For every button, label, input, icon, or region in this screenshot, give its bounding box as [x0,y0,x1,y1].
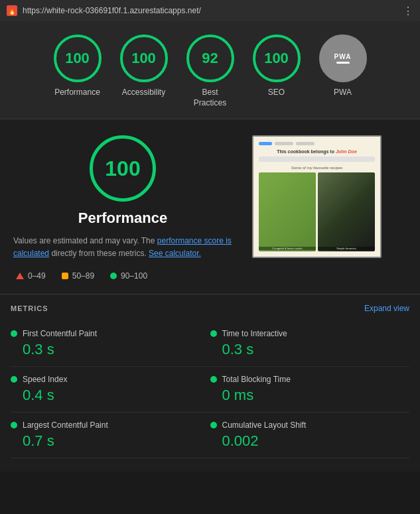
metric-header-tti: Time to Interactive [210,329,405,338]
seo-label: SEO [268,88,285,98]
best-practices-circle: 92 [186,34,234,82]
main-content: 100 Performance Values are estimated and… [0,119,420,471]
metric-header-cls: Cumulative Layout Shift [210,420,405,430]
score-item-best-practices[interactable]: 92 BestPractices [180,34,240,108]
perf-score-circle: 100 [90,135,156,202]
legend-item-red: 0–49 [16,271,46,281]
accessibility-label: Accessibility [122,88,165,98]
performance-top: 100 Performance Values are estimated and… [13,135,407,260]
accessibility-score: 100 [131,50,156,67]
screenshot-preview: This cookbook belongs to John Doe Some o… [252,135,382,258]
legend-item-orange: 50–89 [62,271,94,281]
metric-item-cls: Cumulative Layout Shift 0.002 [210,413,410,458]
favicon-icon: 🔥 [7,5,17,16]
legend-range-green: 90–100 [121,271,147,281]
metric-value-fcp: 0.3 s [11,341,194,358]
metric-dot-fcp [11,330,17,337]
score-item-pwa[interactable]: PWA PWA [313,34,373,98]
preview-images: Courgette & lemon risotto Simple brownie… [259,172,375,251]
metric-dot-tti [210,330,217,337]
metric-name-tbt: Total Blocking Time [222,375,291,384]
preview-img2-label: Simple brownies [318,247,375,250]
metric-name-si: Speed Index [23,375,67,384]
scores-section: 100 Performance 100 Accessibility 92 Bes… [0,21,420,119]
url-display: https://white-rock-036691f0f.1.azurestat… [23,6,397,15]
preview-nav [259,142,375,145]
pwa-label-inner: PWA [334,53,352,60]
metric-value-cls: 0.002 [210,432,405,450]
metric-dot-cls [210,422,217,428]
expand-view-button[interactable]: Expand view [364,304,409,313]
perf-desc-start: Values are estimated and may vary. The [13,236,157,245]
circle-icon [110,273,117,279]
metric-name-fcp: First Contentful Paint [23,329,97,338]
preview-img-2: Simple brownies [318,172,375,251]
score-item-accessibility[interactable]: 100 Accessibility [114,34,174,98]
metric-header-fcp: First Contentful Paint [11,329,194,338]
seo-score: 100 [264,50,289,67]
preview-name: John Doe [336,149,357,154]
preview-subtitle: Some of my favourite recipes [259,166,375,170]
metric-item-fcp: First Contentful Paint 0.3 s [11,321,210,367]
metric-dot-si [11,376,17,383]
metric-header-lcp: Largest Contentful Paint [11,420,194,430]
perf-desc-mid: directly from these metrics. [49,249,149,258]
metric-dot-lcp [11,422,17,428]
seo-circle: 100 [253,34,301,82]
performance-circle: 100 [54,34,102,82]
pwa-circle: PWA [319,34,367,82]
preview-nav-dot-active [259,142,272,145]
metric-dot-tbt [210,376,217,383]
preview-img-1: Courgette & lemon risotto [259,172,316,251]
metric-header-tbt: Total Blocking Time [210,375,405,384]
pwa-label: PWA [334,88,352,98]
metric-item-tti: Time to Interactive 0.3 s [210,321,410,367]
metrics-grid: First Contentful Paint 0.3 s Time to Int… [11,321,409,458]
metric-value-tti: 0.3 s [210,341,405,358]
legend-range-red: 0–49 [28,271,46,281]
perf-score-value: 100 [105,157,140,181]
performance-label: Performance [54,88,100,98]
pwa-dash [336,62,350,64]
performance-section: 100 Performance Values are estimated and… [0,119,420,293]
legend-item-green: 90–100 [110,271,147,281]
metric-name-tti: Time to Interactive [222,329,287,338]
metric-item-si: Speed Index 0.4 s [11,367,210,413]
preview-search-bar [259,157,375,162]
perf-title: Performance [78,210,168,227]
preview-img1-label: Courgette & lemon risotto [259,247,316,250]
metrics-header: METRICS Expand view [11,294,409,321]
square-icon [62,273,68,279]
best-practices-label: BestPractices [194,88,226,108]
performance-left: 100 Performance Values are estimated and… [13,135,232,260]
metrics-section: METRICS Expand view First Contentful Pai… [0,294,420,472]
metrics-title: METRICS [11,304,48,312]
metric-item-lcp: Largest Contentful Paint 0.7 s [11,413,210,458]
menu-button[interactable]: ⋮ [403,5,413,17]
triangle-icon [16,273,24,279]
score-item-performance[interactable]: 100 Performance [48,34,107,98]
top-bar: 🔥 https://white-rock-036691f0f.1.azurest… [0,0,420,21]
metric-name-cls: Cumulative Layout Shift [222,420,307,430]
metric-header-si: Speed Index [11,375,194,384]
performance-score: 100 [65,50,90,67]
score-item-seo[interactable]: 100 SEO [247,34,307,98]
perf-description: Values are estimated and may vary. The p… [13,235,232,260]
perf-link-calc[interactable]: See calculator. [149,249,201,258]
scores-row: 100 Performance 100 Accessibility 92 Bes… [7,34,413,108]
accessibility-circle: 100 [120,34,168,82]
metric-name-lcp: Largest Contentful Paint [23,420,108,430]
preview-nav-dot-inactive [275,142,293,145]
best-practices-score: 92 [202,50,218,67]
metric-value-lcp: 0.7 s [11,432,194,450]
preview-nav-dot-inactive2 [296,142,315,145]
legend: 0–49 50–89 90–100 [13,271,150,281]
legend-range-orange: 50–89 [72,271,94,281]
preview-title: This cookbook belongs to John Doe [259,149,375,154]
metric-value-tbt: 0 ms [210,387,405,404]
metric-value-si: 0.4 s [11,387,194,404]
metric-item-tbt: Total Blocking Time 0 ms [210,367,410,413]
